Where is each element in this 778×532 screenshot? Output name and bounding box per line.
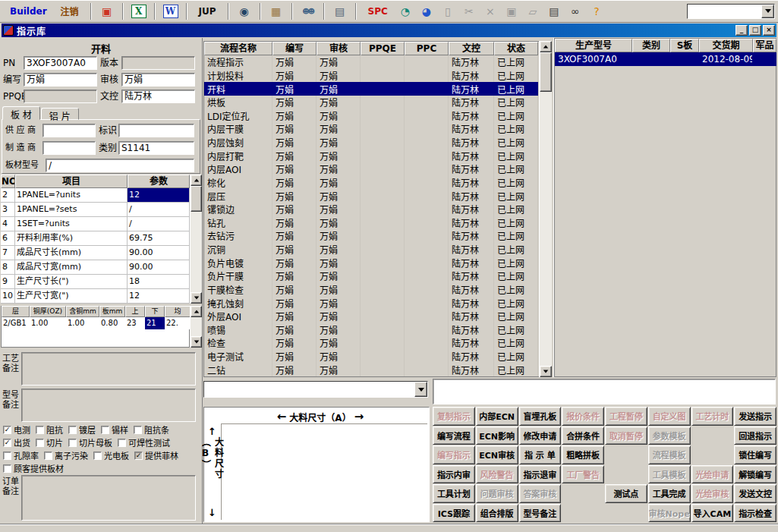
flow-cell[interactable]: 陆万林 bbox=[449, 256, 494, 269]
flow-cell[interactable]: 陆万林 bbox=[449, 229, 494, 243]
flow-cell[interactable]: 万娟 bbox=[272, 149, 317, 162]
flow-cell[interactable] bbox=[405, 283, 449, 297]
eye-icon[interactable]: ◉ bbox=[235, 3, 254, 20]
flow-row[interactable]: 外层AOI万娟万娟陆万林已上网 bbox=[204, 310, 539, 323]
flow-cell[interactable]: 陆万林 bbox=[449, 55, 494, 69]
checkbox[interactable]: ✓ bbox=[3, 439, 11, 447]
model-col-header[interactable]: S板 bbox=[670, 39, 699, 52]
param-cell[interactable]: 成品尺寸长(mm) bbox=[15, 246, 128, 260]
flow-row[interactable]: 镙锁边万娟万娟陆万林已上网 bbox=[204, 203, 539, 216]
flow-cell[interactable] bbox=[361, 310, 405, 323]
flow-cell[interactable]: 陆万林 bbox=[449, 323, 494, 337]
flow-cell[interactable]: 已上网 bbox=[494, 363, 538, 376]
layer-scrollbar[interactable] bbox=[190, 306, 202, 348]
flow-row[interactable]: 沉铜万娟万娟陆万林已上网 bbox=[204, 243, 539, 257]
flow-cell[interactable] bbox=[405, 176, 449, 190]
flow-cell[interactable] bbox=[405, 149, 449, 162]
flow-cell[interactable] bbox=[361, 363, 405, 376]
param-row[interactable]: 7成品尺寸长(mm)90.00 bbox=[1, 246, 190, 260]
flow-cell[interactable]: 陆万林 bbox=[449, 136, 494, 150]
flow-cell[interactable]: 流程指示 bbox=[204, 55, 272, 69]
flow-cell[interactable]: 万娟 bbox=[317, 96, 361, 109]
checkbox-item[interactable]: 镀层 bbox=[68, 423, 96, 436]
action-button[interactable]: 工具计划 bbox=[433, 484, 475, 503]
flow-cell[interactable]: 万娟 bbox=[272, 189, 317, 203]
flow-cell[interactable] bbox=[361, 162, 405, 176]
flow-cell[interactable] bbox=[405, 122, 449, 136]
checkbox-item[interactable]: 阻抗 bbox=[36, 423, 63, 436]
param-cell[interactable]: 生产尺寸宽(") bbox=[15, 289, 128, 304]
globe-icon[interactable]: ◔ bbox=[395, 3, 415, 20]
flow-cell[interactable] bbox=[361, 55, 405, 69]
action-button[interactable]: 工具完成 bbox=[648, 484, 691, 503]
flow-cell[interactable]: 万娟 bbox=[272, 203, 317, 216]
flow-cell[interactable] bbox=[405, 256, 449, 269]
flow-col-header[interactable]: 流程名称 bbox=[204, 42, 272, 55]
flow-cell[interactable]: 万娟 bbox=[317, 350, 361, 364]
flow-cell[interactable]: 已上网 bbox=[494, 203, 538, 216]
model-note-box[interactable] bbox=[21, 389, 196, 422]
flow-col-header[interactable]: 编写 bbox=[272, 42, 317, 55]
toolbar-combo-value[interactable] bbox=[688, 5, 761, 18]
flow-cell[interactable]: 烘板 bbox=[204, 96, 272, 109]
flow-col-header[interactable]: PPC bbox=[405, 42, 449, 55]
flow-cell[interactable]: 万娟 bbox=[317, 122, 361, 136]
flow-cell[interactable]: 钻孔 bbox=[204, 216, 272, 230]
flow-cell[interactable] bbox=[361, 323, 405, 337]
flow-cell[interactable]: 已上网 bbox=[494, 55, 538, 69]
param-cell[interactable]: 1PANEL=?sets bbox=[15, 203, 128, 217]
flow-cell[interactable]: 陆万林 bbox=[449, 216, 494, 230]
web-icon[interactable]: ◕ bbox=[417, 3, 436, 20]
flow-cell[interactable] bbox=[361, 336, 405, 350]
flow-cell[interactable]: 万娟 bbox=[272, 162, 317, 176]
flow-cell[interactable]: 万娟 bbox=[272, 109, 317, 123]
flow-cell[interactable]: 万娟 bbox=[317, 323, 361, 337]
tab-aluminum-sheet[interactable]: 铝 片 bbox=[41, 108, 79, 120]
flow-row[interactable]: 内层蚀刻万娟万娟陆万林已上网 bbox=[204, 136, 539, 150]
checkbox-item[interactable]: 锡样 bbox=[101, 423, 128, 436]
model-cell[interactable] bbox=[632, 52, 670, 66]
action-button[interactable]: 发送指示 bbox=[734, 407, 776, 426]
scroll-track[interactable] bbox=[191, 186, 202, 292]
param-cell[interactable]: / bbox=[128, 203, 190, 217]
flow-cell[interactable]: 陆万林 bbox=[449, 203, 494, 216]
checkbox[interactable] bbox=[3, 452, 11, 460]
flow-cell[interactable]: 万娟 bbox=[272, 122, 317, 136]
checkbox-item[interactable]: 孔隙率 bbox=[3, 449, 39, 461]
flow-row[interactable]: 钻孔万娟万娟陆万林已上网 bbox=[204, 216, 539, 230]
flow-row[interactable]: 二钻万娟万娟陆万林已上网 bbox=[204, 363, 539, 376]
action-button[interactable]: 指示检查 bbox=[734, 504, 776, 523]
tab-board-material[interactable]: 板 材 bbox=[2, 106, 40, 120]
param-cell[interactable]: 1PANEL=?units bbox=[15, 188, 128, 203]
flow-cell[interactable]: 已上网 bbox=[494, 350, 538, 364]
flow-cell[interactable] bbox=[405, 109, 449, 123]
word-icon[interactable]: W bbox=[163, 5, 178, 18]
supplier-field[interactable] bbox=[43, 124, 96, 137]
flow-cell[interactable]: 棕化 bbox=[204, 176, 272, 190]
checkbox-item[interactable]: 切片母板 bbox=[68, 436, 112, 449]
flow-cell[interactable]: 已上网 bbox=[494, 283, 538, 297]
action-button[interactable]: 解锁编写 bbox=[734, 465, 776, 484]
checkbox-item[interactable]: 顾客提供板材 bbox=[3, 462, 64, 474]
param-row[interactable]: 9生产尺寸长(")18 bbox=[1, 275, 190, 289]
flow-cell[interactable] bbox=[405, 323, 449, 337]
binoculars-icon[interactable]: ∞ bbox=[565, 3, 585, 20]
layer-cell[interactable]: 1.00 bbox=[30, 317, 66, 329]
flow-cell[interactable]: 陆万林 bbox=[449, 162, 494, 176]
flow-cell[interactable]: 陆万林 bbox=[449, 269, 494, 283]
toolbar-combo-dropdown-button[interactable] bbox=[761, 5, 774, 18]
flow-cell[interactable] bbox=[405, 296, 449, 310]
note-display[interactable] bbox=[433, 379, 776, 405]
flow-row[interactable]: 开料万娟万娟陆万林已上网 bbox=[204, 82, 539, 96]
flow-cell[interactable]: 二钻 bbox=[204, 363, 272, 376]
flow-cell[interactable] bbox=[361, 269, 405, 283]
flow-cell[interactable]: 万娟 bbox=[317, 203, 361, 216]
flow-cell[interactable] bbox=[361, 296, 405, 310]
flow-cell[interactable]: 万娟 bbox=[272, 55, 317, 69]
action-button[interactable]: 测试点 bbox=[605, 484, 647, 503]
manufacturer-field[interactable] bbox=[43, 141, 96, 155]
model-cell[interactable] bbox=[670, 52, 699, 66]
checkbox[interactable] bbox=[36, 439, 44, 447]
flow-row[interactable]: 层压万娟万娟陆万林已上网 bbox=[204, 189, 539, 203]
action-button[interactable]: 指示退审 bbox=[519, 465, 562, 484]
